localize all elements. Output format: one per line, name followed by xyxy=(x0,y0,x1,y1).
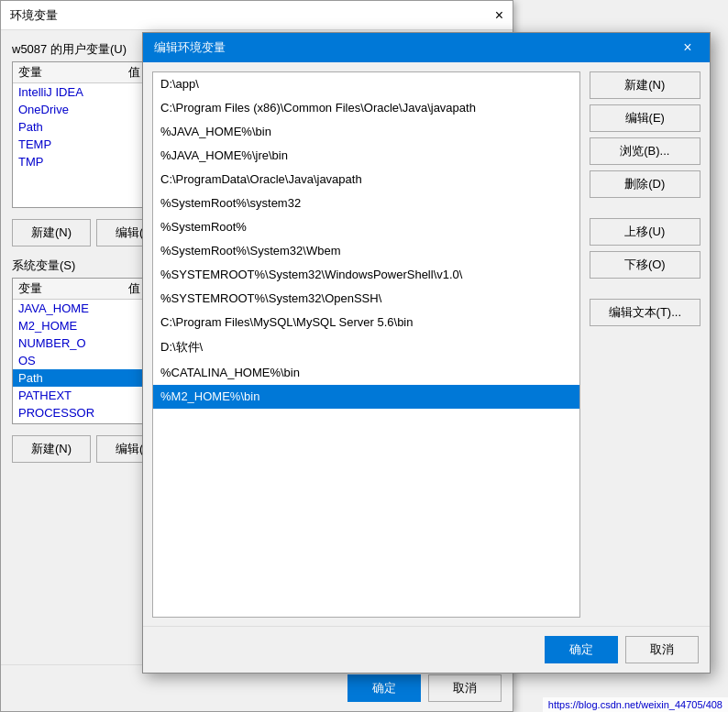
edit-dialog-close-button[interactable]: × xyxy=(677,37,699,59)
user-new-button[interactable]: 新建(N) xyxy=(12,219,91,246)
path-list-item[interactable]: D:\app\ xyxy=(153,72,579,96)
move-down-button[interactable]: 下移(O) xyxy=(590,251,700,279)
sys-var-name: PROCESSOR xyxy=(13,422,123,424)
url-bar: https://blog.csdn.net/weixin_44705/408 xyxy=(543,697,728,712)
edit-action-buttons: 新建(N) 编辑(E) 浏览(B)... 删除(D) 上移(U) 下移(O) 编… xyxy=(590,71,700,618)
sys-var-name: PATHEXT xyxy=(13,387,123,404)
path-list-item[interactable]: C:\ProgramData\Oracle\Java\javapath xyxy=(153,168,579,192)
edit-dialog-title: 编辑环境变量 xyxy=(154,39,226,56)
user-var-name: OneDrive xyxy=(13,101,123,118)
user-var-name: Path xyxy=(13,118,123,136)
edit-env-dialog: 编辑环境变量 × D:\app\C:\Program Files (x86)\C… xyxy=(142,32,711,674)
path-list-item[interactable]: %M2_HOME%\bin xyxy=(153,385,579,409)
edit-cancel-button[interactable]: 取消 xyxy=(625,636,699,663)
user-var-name: TEMP xyxy=(13,136,123,153)
edit-dialog-titlebar: 编辑环境变量 × xyxy=(143,33,710,62)
env-vars-confirm-button[interactable]: 确定 xyxy=(347,674,421,702)
sys-var-name: JAVA_HOME xyxy=(13,300,123,318)
sys-var-name: Path xyxy=(13,369,123,387)
path-list-item[interactable]: %JAVA_HOME%\jre\bin xyxy=(153,144,579,168)
sys-var-name: PROCESSOR xyxy=(13,404,123,422)
path-list[interactable]: D:\app\C:\Program Files (x86)\Common Fil… xyxy=(152,71,580,618)
env-vars-title: 环境变量 xyxy=(10,7,58,24)
path-list-item[interactable]: D:\软件\ xyxy=(153,334,579,361)
sys-var-name: NUMBER_O xyxy=(13,334,123,352)
edit-text-button[interactable]: 编辑文本(T)... xyxy=(590,299,700,326)
path-list-item[interactable]: %SystemRoot%\system32 xyxy=(153,192,579,215)
edit-confirm-button[interactable]: 确定 xyxy=(545,636,618,663)
delete-path-button[interactable]: 删除(D) xyxy=(590,170,700,198)
browse-path-button[interactable]: 浏览(B)... xyxy=(590,137,700,165)
edit-dialog-body: D:\app\C:\Program Files (x86)\Common Fil… xyxy=(143,62,710,627)
path-list-item[interactable]: %JAVA_HOME%\bin xyxy=(153,120,579,144)
sys-var-name: OS xyxy=(13,352,123,369)
new-path-button[interactable]: 新建(N) xyxy=(590,71,700,99)
path-list-item[interactable]: %CATALINA_HOME%\bin xyxy=(153,361,579,385)
move-up-button[interactable]: 上移(U) xyxy=(590,218,700,246)
user-col-name: 变量 xyxy=(13,62,123,83)
edit-dialog-footer: 确定 取消 xyxy=(143,626,710,673)
env-vars-close-icon[interactable]: × xyxy=(495,7,503,24)
path-list-item[interactable]: %SystemRoot% xyxy=(153,215,579,239)
path-list-item[interactable]: %SYSTEMROOT%\System32\OpenSSH\ xyxy=(153,287,579,311)
user-var-name: IntelliJ IDEA xyxy=(13,83,123,102)
path-list-item[interactable]: %SystemRoot%\System32\Wbem xyxy=(153,239,579,263)
edit-path-button[interactable]: 编辑(E) xyxy=(590,104,700,132)
env-vars-cancel-button[interactable]: 取消 xyxy=(428,674,502,702)
user-var-name: TMP xyxy=(13,153,123,170)
sys-var-name: M2_HOME xyxy=(13,317,123,334)
env-vars-titlebar: 环境变量 × xyxy=(1,1,513,30)
path-list-item[interactable]: C:\Program Files\MySQL\MySQL Server 5.6\… xyxy=(153,311,579,334)
sys-new-button[interactable]: 新建(N) xyxy=(12,435,91,463)
path-list-item[interactable]: C:\Program Files (x86)\Common Files\Orac… xyxy=(153,96,579,120)
path-list-item[interactable]: %SYSTEMROOT%\System32\WindowsPowerShell\… xyxy=(153,263,579,287)
sys-col-name: 变量 xyxy=(13,279,123,300)
